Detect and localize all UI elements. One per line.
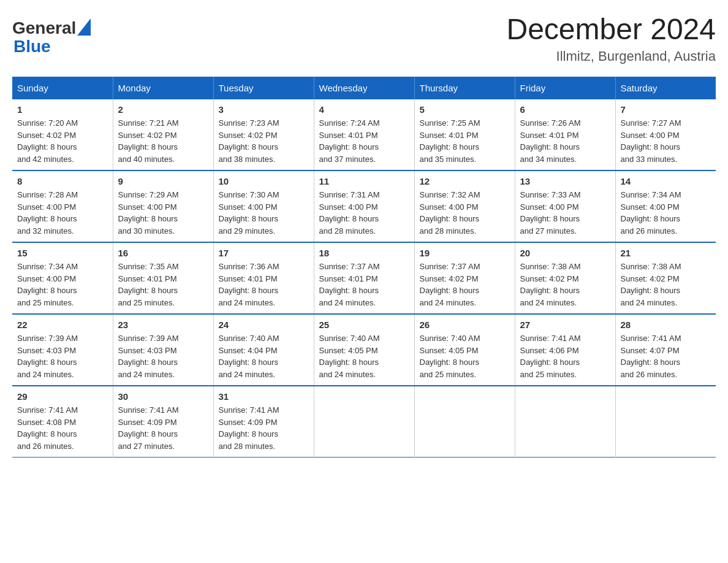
calendar-cell: 2 Sunrise: 7:21 AM Sunset: 4:02 PM Dayli…	[113, 99, 213, 170]
day-number: 29	[17, 391, 108, 402]
day-info: Sunrise: 7:39 AM Sunset: 4:03 PM Dayligh…	[118, 332, 208, 380]
calendar-cell: 17 Sunrise: 7:36 AM Sunset: 4:01 PM Dayl…	[213, 242, 314, 314]
day-info: Sunrise: 7:24 AM Sunset: 4:01 PM Dayligh…	[319, 117, 409, 165]
calendar-cell	[314, 386, 414, 458]
location-subtitle: Illmitz, Burgenland, Austria	[506, 48, 716, 64]
calendar-week-row: 15 Sunrise: 7:34 AM Sunset: 4:00 PM Dayl…	[12, 242, 716, 314]
day-info: Sunrise: 7:37 AM Sunset: 4:01 PM Dayligh…	[319, 261, 409, 308]
calendar-cell: 1 Sunrise: 7:20 AM Sunset: 4:02 PM Dayli…	[12, 99, 113, 170]
day-info: Sunrise: 7:33 AM Sunset: 4:00 PM Dayligh…	[520, 189, 610, 237]
day-info: Sunrise: 7:28 AM Sunset: 4:00 PM Dayligh…	[17, 189, 108, 237]
calendar-week-row: 8 Sunrise: 7:28 AM Sunset: 4:00 PM Dayli…	[12, 170, 716, 242]
calendar-cell: 15 Sunrise: 7:34 AM Sunset: 4:00 PM Dayl…	[12, 242, 113, 314]
day-info: Sunrise: 7:41 AM Sunset: 4:08 PM Dayligh…	[17, 404, 108, 452]
day-number: 22	[17, 320, 108, 330]
logo: General Blue	[12, 18, 91, 56]
svg-marker-0	[77, 18, 91, 36]
calendar-cell: 26 Sunrise: 7:40 AM Sunset: 4:05 PM Dayl…	[414, 314, 515, 386]
day-number: 7	[621, 104, 711, 115]
day-number: 24	[219, 320, 309, 330]
day-info: Sunrise: 7:34 AM Sunset: 4:00 PM Dayligh…	[621, 189, 711, 237]
calendar-cell: 28 Sunrise: 7:41 AM Sunset: 4:07 PM Dayl…	[615, 314, 716, 386]
day-info: Sunrise: 7:34 AM Sunset: 4:00 PM Dayligh…	[17, 261, 108, 308]
day-info: Sunrise: 7:27 AM Sunset: 4:00 PM Dayligh…	[621, 117, 711, 165]
day-number: 19	[420, 248, 510, 258]
calendar-cell	[615, 386, 716, 458]
day-info: Sunrise: 7:37 AM Sunset: 4:02 PM Dayligh…	[420, 261, 510, 308]
day-number: 25	[319, 320, 409, 330]
calendar-cell: 31 Sunrise: 7:41 AM Sunset: 4:09 PM Dayl…	[213, 386, 314, 458]
calendar-week-row: 22 Sunrise: 7:39 AM Sunset: 4:03 PM Dayl…	[12, 314, 716, 386]
day-number: 17	[219, 248, 309, 258]
calendar-cell: 29 Sunrise: 7:41 AM Sunset: 4:08 PM Dayl…	[12, 386, 113, 458]
calendar-cell: 23 Sunrise: 7:39 AM Sunset: 4:03 PM Dayl…	[113, 314, 213, 386]
day-number: 11	[319, 176, 409, 186]
day-info: Sunrise: 7:35 AM Sunset: 4:01 PM Dayligh…	[118, 261, 208, 308]
calendar-cell: 18 Sunrise: 7:37 AM Sunset: 4:01 PM Dayl…	[314, 242, 414, 314]
calendar-cell: 14 Sunrise: 7:34 AM Sunset: 4:00 PM Dayl…	[615, 170, 716, 242]
calendar-cell: 16 Sunrise: 7:35 AM Sunset: 4:01 PM Dayl…	[113, 242, 213, 314]
logo-triangle-icon	[77, 18, 91, 36]
col-wednesday: Wednesday	[314, 77, 414, 99]
calendar-body: 1 Sunrise: 7:20 AM Sunset: 4:02 PM Dayli…	[12, 99, 716, 458]
day-number: 23	[118, 320, 208, 330]
logo-text-blue: Blue	[13, 37, 91, 56]
calendar-cell: 21 Sunrise: 7:38 AM Sunset: 4:02 PM Dayl…	[615, 242, 716, 314]
day-number: 27	[520, 320, 610, 330]
day-info: Sunrise: 7:26 AM Sunset: 4:01 PM Dayligh…	[520, 117, 610, 165]
day-info: Sunrise: 7:32 AM Sunset: 4:00 PM Dayligh…	[420, 189, 510, 237]
day-info: Sunrise: 7:29 AM Sunset: 4:00 PM Dayligh…	[118, 189, 208, 237]
day-info: Sunrise: 7:36 AM Sunset: 4:01 PM Dayligh…	[219, 261, 309, 308]
calendar-cell: 20 Sunrise: 7:38 AM Sunset: 4:02 PM Dayl…	[515, 242, 615, 314]
day-info: Sunrise: 7:23 AM Sunset: 4:02 PM Dayligh…	[219, 117, 309, 165]
day-number: 12	[420, 176, 510, 186]
day-number: 6	[520, 104, 610, 115]
day-info: Sunrise: 7:31 AM Sunset: 4:00 PM Dayligh…	[319, 189, 409, 237]
day-number: 21	[621, 248, 711, 258]
day-info: Sunrise: 7:40 AM Sunset: 4:04 PM Dayligh…	[219, 332, 309, 380]
logo-text-general: General	[12, 20, 76, 37]
day-number: 28	[621, 320, 711, 330]
day-info: Sunrise: 7:41 AM Sunset: 4:06 PM Dayligh…	[520, 332, 610, 380]
calendar-week-row: 1 Sunrise: 7:20 AM Sunset: 4:02 PM Dayli…	[12, 99, 716, 170]
day-info: Sunrise: 7:41 AM Sunset: 4:09 PM Dayligh…	[219, 404, 309, 452]
day-info: Sunrise: 7:40 AM Sunset: 4:05 PM Dayligh…	[319, 332, 409, 380]
day-number: 8	[17, 176, 108, 186]
calendar-cell	[414, 386, 515, 458]
day-number: 10	[219, 176, 309, 186]
calendar-cell: 19 Sunrise: 7:37 AM Sunset: 4:02 PM Dayl…	[414, 242, 515, 314]
day-info: Sunrise: 7:38 AM Sunset: 4:02 PM Dayligh…	[621, 261, 711, 308]
day-number: 30	[118, 391, 208, 402]
col-tuesday: Tuesday	[213, 77, 314, 99]
page-header: General Blue December 2024 Illmitz, Burg…	[12, 12, 716, 64]
day-number: 20	[520, 248, 610, 258]
calendar-cell: 25 Sunrise: 7:40 AM Sunset: 4:05 PM Dayl…	[314, 314, 414, 386]
day-number: 5	[420, 104, 510, 115]
day-number: 1	[17, 104, 108, 115]
calendar-week-row: 29 Sunrise: 7:41 AM Sunset: 4:08 PM Dayl…	[12, 386, 716, 458]
day-info: Sunrise: 7:30 AM Sunset: 4:00 PM Dayligh…	[219, 189, 309, 237]
calendar-cell: 10 Sunrise: 7:30 AM Sunset: 4:00 PM Dayl…	[213, 170, 314, 242]
day-number: 14	[621, 176, 711, 186]
header-row: Sunday Monday Tuesday Wednesday Thursday…	[12, 77, 716, 99]
calendar-header: Sunday Monday Tuesday Wednesday Thursday…	[12, 77, 716, 99]
day-number: 13	[520, 176, 610, 186]
calendar-cell: 22 Sunrise: 7:39 AM Sunset: 4:03 PM Dayl…	[12, 314, 113, 386]
calendar-cell: 6 Sunrise: 7:26 AM Sunset: 4:01 PM Dayli…	[515, 99, 615, 170]
day-number: 15	[17, 248, 108, 258]
calendar-cell: 30 Sunrise: 7:41 AM Sunset: 4:09 PM Dayl…	[113, 386, 213, 458]
col-saturday: Saturday	[615, 77, 716, 99]
day-number: 3	[219, 104, 309, 115]
day-info: Sunrise: 7:25 AM Sunset: 4:01 PM Dayligh…	[420, 117, 510, 165]
calendar-cell: 11 Sunrise: 7:31 AM Sunset: 4:00 PM Dayl…	[314, 170, 414, 242]
day-number: 18	[319, 248, 409, 258]
month-title: December 2024	[506, 12, 716, 46]
day-info: Sunrise: 7:39 AM Sunset: 4:03 PM Dayligh…	[17, 332, 108, 380]
day-info: Sunrise: 7:41 AM Sunset: 4:09 PM Dayligh…	[118, 404, 208, 452]
calendar-cell: 9 Sunrise: 7:29 AM Sunset: 4:00 PM Dayli…	[113, 170, 213, 242]
day-number: 26	[420, 320, 510, 330]
col-sunday: Sunday	[12, 77, 113, 99]
title-section: December 2024 Illmitz, Burgenland, Austr…	[506, 12, 716, 64]
calendar-cell: 27 Sunrise: 7:41 AM Sunset: 4:06 PM Dayl…	[515, 314, 615, 386]
col-friday: Friday	[515, 77, 615, 99]
